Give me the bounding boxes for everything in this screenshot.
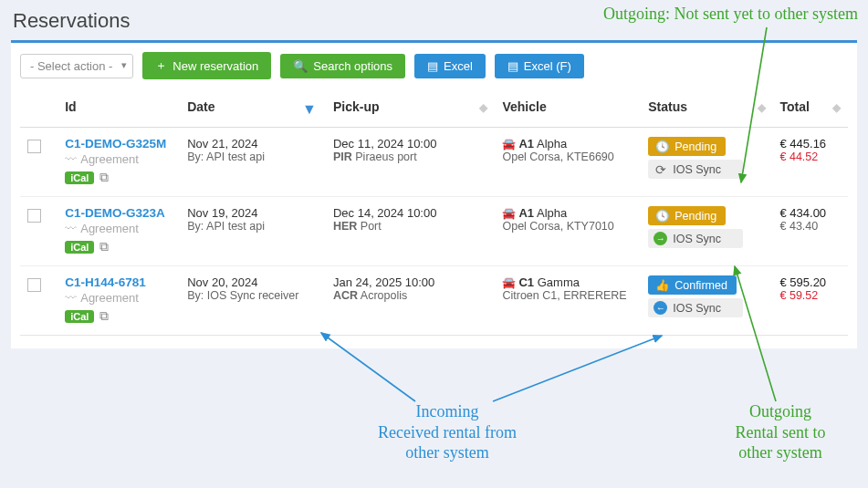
vehicle-detail: Opel Corsa, KTY7010 (502, 220, 633, 233)
by-line: By: API test api (187, 220, 319, 233)
date-value: Nov 19, 2024 (187, 206, 319, 220)
vehicle-detail: Opel Corsa, KTE6690 (502, 151, 633, 163)
ical-badge[interactable]: iCal (65, 241, 94, 254)
status-badge: 🕓Pending (648, 137, 726, 156)
sort-icon: ◆ (832, 101, 841, 114)
agreement-label: Agreement (80, 152, 139, 166)
table-row: C1-H144-6781〰AgreementiCal⧉Nov 20, 2024B… (20, 266, 848, 336)
row-checkbox[interactable] (27, 209, 41, 223)
car-icon: 🚘 (502, 138, 516, 151)
pickup-location: HER Port (333, 220, 488, 233)
sync-incoming-icon: ← (654, 301, 667, 315)
plus-icon: ＋ (155, 57, 167, 74)
page-title: Reservations (0, 0, 868, 35)
total-amount: € 445.16 (780, 137, 842, 151)
agreement-label: Agreement (80, 222, 139, 235)
new-reservation-button[interactable]: ＋ New reservation (142, 52, 271, 79)
status-icon: 🕓 (655, 140, 670, 153)
signature-icon: 〰 (65, 291, 77, 305)
table-row: C1-DEMO-G323A〰AgreementiCal⧉Nov 19, 2024… (20, 197, 848, 266)
col-checkbox (20, 88, 58, 128)
sort-icon: ◆ (479, 101, 487, 114)
pickup-location: PIR Piraeus port (333, 151, 488, 163)
car-icon: 🚘 (502, 207, 516, 220)
sync-refresh-icon: ⟳ (654, 162, 667, 176)
vehicle-name: 🚘C1 Gamma (502, 275, 633, 289)
col-id[interactable]: Id (58, 88, 180, 128)
agreement-label: Agreement (80, 291, 139, 305)
by-line: By: API test api (187, 151, 319, 163)
vehicle-name: 🚘A1 Alpha (502, 206, 633, 220)
date-value: Nov 20, 2024 (187, 275, 319, 289)
copy-icon[interactable]: ⧉ (99, 308, 109, 324)
reservation-id-link[interactable]: C1-DEMO-G325M (65, 137, 173, 151)
col-date-label: Date (187, 99, 214, 114)
ical-badge[interactable]: iCal (65, 171, 94, 184)
pickup-location: ACR Acropolis (333, 289, 488, 302)
copy-icon[interactable]: ⧉ (99, 170, 109, 185)
sort-desc-icon: ▼ (302, 101, 317, 118)
search-options-label: Search options (313, 59, 392, 73)
reservation-id-link[interactable]: C1-DEMO-G323A (65, 206, 173, 220)
status-badge: 👍Confirmed (648, 275, 737, 295)
pickup-date: Dec 11, 2024 10:00 (333, 137, 488, 151)
excel-icon: ▤ (507, 59, 518, 73)
col-pickup[interactable]: Pick-up ◆ (326, 88, 496, 128)
ios-sync-label: IOS Sync (673, 233, 721, 245)
anno-line: other system (738, 443, 822, 462)
col-total[interactable]: Total ◆ (773, 88, 849, 128)
ios-sync-badge[interactable]: ⟳IOS Sync (648, 160, 743, 179)
col-total-label: Total (780, 99, 810, 114)
status-icon: 🕓 (655, 209, 670, 223)
excel-icon: ▤ (427, 59, 438, 73)
row-checkbox[interactable] (27, 140, 41, 153)
col-status[interactable]: Status ◆ (641, 88, 772, 128)
pickup-date: Jan 24, 2025 10:00 (333, 275, 488, 289)
ical-badge[interactable]: iCal (65, 310, 94, 323)
excel-button[interactable]: ▤ Excel (414, 54, 486, 78)
excel-f-button[interactable]: ▤ Excel (F) (495, 54, 584, 78)
ios-sync-label: IOS Sync (673, 163, 721, 176)
copy-icon[interactable]: ⧉ (99, 239, 109, 254)
agreement-line: 〰Agreement (65, 291, 173, 305)
anno-line: other system (405, 443, 489, 462)
ios-sync-badge[interactable]: →IOS Sync (648, 229, 743, 248)
anno-line: Outgoing (749, 402, 811, 421)
anno-line: Received rental from (378, 423, 517, 441)
vehicle-name: 🚘A1 Alpha (502, 137, 633, 151)
status-badge: 🕓Pending (648, 206, 726, 225)
table-header-row: Id Date ▼ Pick-up ◆ Vehicle Status ◆ Tot… (20, 88, 848, 128)
vehicle-detail: Citroen C1, ERRERERE (502, 289, 633, 302)
sync-outgoing-icon: → (654, 232, 667, 245)
total-sub-amount: € 59.52 (780, 289, 842, 302)
search-icon: 🔍 (293, 59, 308, 73)
anno-line: Incoming (416, 402, 479, 421)
signature-icon: 〰 (65, 222, 77, 235)
date-value: Nov 21, 2024 (187, 137, 319, 151)
select-action-dropdown[interactable]: - Select action - (20, 54, 133, 78)
toolbar: - Select action - ＋ New reservation 🔍 Se… (20, 52, 848, 79)
search-options-button[interactable]: 🔍 Search options (280, 54, 405, 78)
new-reservation-label: New reservation (173, 59, 258, 73)
agreement-line: 〰Agreement (65, 222, 173, 235)
annotation-incoming: Incoming Received rental from other syst… (338, 401, 557, 463)
col-date[interactable]: Date ▼ (180, 88, 326, 128)
reservations-table: Id Date ▼ Pick-up ◆ Vehicle Status ◆ Tot… (20, 88, 848, 336)
signature-icon: 〰 (65, 152, 77, 166)
ios-sync-label: IOS Sync (673, 302, 721, 315)
total-sub-amount: € 44.52 (780, 151, 842, 163)
col-vehicle[interactable]: Vehicle (495, 88, 641, 128)
reservation-id-link[interactable]: C1-H144-6781 (65, 275, 173, 289)
total-amount: € 595.20 (780, 275, 842, 289)
status-icon: 👍 (655, 278, 670, 292)
row-checkbox[interactable] (27, 278, 41, 292)
total-amount: € 434.00 (780, 206, 842, 220)
ios-sync-badge[interactable]: ←IOS Sync (648, 298, 743, 317)
excel-label: Excel (444, 59, 473, 73)
reservations-panel: - Select action - ＋ New reservation 🔍 Se… (11, 40, 857, 348)
sort-icon: ◆ (758, 101, 766, 114)
car-icon: 🚘 (502, 276, 516, 289)
agreement-line: 〰Agreement (65, 152, 173, 166)
total-sub-amount: € 43.40 (780, 220, 842, 233)
col-pickup-label: Pick-up (333, 99, 380, 114)
